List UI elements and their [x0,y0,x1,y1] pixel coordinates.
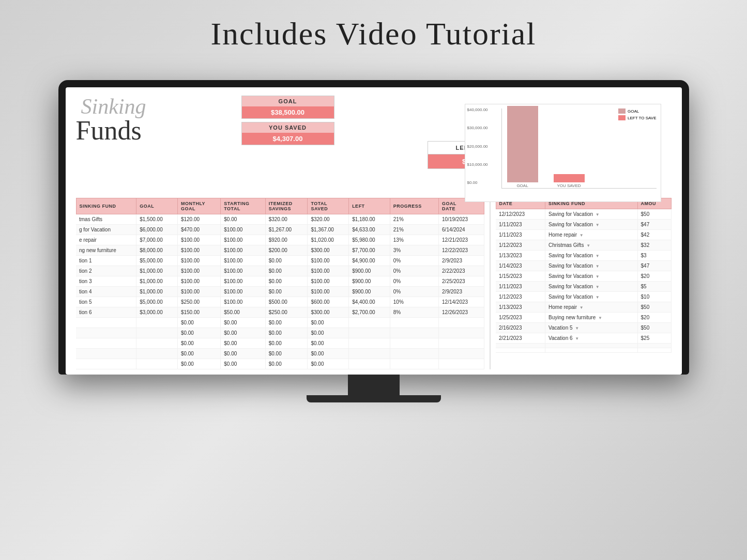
saved-bar-group: YOU SAVED [554,174,585,188]
main-cell-7-5: $100.00 [308,287,349,297]
col-left: LEFT [349,198,390,214]
main-cell-7-3: $100.00 [221,287,265,297]
main-cell-6-6: $900.00 [349,276,390,287]
trans-cell-0-0: 12/12/2023 [496,209,545,220]
main-cell-8-0: tion 5 [76,297,136,307]
trans-cell-6-0: 1/15/2023 [496,271,545,282]
main-table-header: SINKING FUND GOAL MONTHLYGOAL STARTINGTO… [76,198,484,214]
main-cell-6-3: $100.00 [221,276,265,287]
trans-cell-3-2: $32 [637,240,671,251]
main-table-row: $0.00$0.00$0.00$0.00 [76,349,484,359]
main-cell-6-0: tion 3 [76,276,136,287]
dropdown-icon[interactable]: ▼ [596,285,600,289]
trans-cell-4-1: Saving for Vacation ▼ [545,251,638,261]
main-cell-1-8: 6/14/2024 [439,225,484,235]
main-cell-7-2: $100.00 [177,287,220,297]
transaction-row: 1/11/2023Saving for Vacation ▼$47 [496,220,671,230]
main-cell-7-4: $0.00 [265,287,308,297]
transaction-row: 1/12/2023Christmas Gifts ▼$32 [496,240,671,251]
trans-cell-6-1: Saving for Vacation ▼ [545,271,638,282]
main-cell-10-8 [439,318,484,328]
trans-cell-0-1: Saving for Vacation ▼ [545,209,638,220]
main-cell-10-4: $0.00 [265,318,308,328]
dropdown-icon[interactable]: ▼ [596,223,600,227]
trans-cell-8-0: 1/12/2023 [496,292,545,302]
main-cell-5-0: tion 2 [76,266,136,276]
main-cell-4-8: 2/9/2023 [439,256,484,266]
chart-y-label-4: $30,000.00 [467,126,488,130]
logo-area: Sinking Funds [76,96,231,144]
main-cell-11-3: $0.00 [221,328,265,338]
trans-cell-2-1: Home repair ▼ [545,230,638,240]
main-cell-14-6 [349,359,390,369]
dropdown-icon[interactable]: ▼ [596,254,600,258]
table-divider [490,198,491,369]
main-cell-11-8 [439,328,484,338]
main-cell-13-8 [439,349,484,359]
trans-cell-1-1: Saving for Vacation ▼ [545,220,638,230]
summary-boxes: GOAL $38,500.00 YOU SAVED $4,307.00 [241,96,334,145]
transaction-row: 1/13/2023Home repair ▼$50 [496,302,671,313]
main-cell-2-3: $100.00 [221,235,265,245]
monitor-stand-neck [348,375,400,395]
transactions-table: DATE SINKING FUND AMOU 12/12/2023Saving … [496,198,672,353]
dropdown-icon[interactable]: ▼ [586,243,590,248]
legend-goal: GOAL [618,108,656,114]
logo-sinking: Sinking [81,96,231,117]
main-cell-11-2: $0.00 [177,328,220,338]
dropdown-icon[interactable]: ▼ [596,212,600,217]
main-cell-11-7 [390,328,438,338]
dropdown-icon[interactable]: ▼ [580,233,584,238]
main-cell-13-2: $0.00 [177,349,220,359]
dropdown-icon[interactable]: ▼ [598,316,602,320]
dropdown-icon[interactable]: ▼ [596,264,600,269]
main-cell-2-6: $5,980.00 [349,235,390,245]
transaction-row: 12/12/2023Saving for Vacation ▼$50 [496,209,671,220]
main-cell-7-8: 2/9/2023 [439,287,484,297]
chart-y-label-2: $10,000.00 [467,162,488,167]
main-cell-2-5: $1,020.00 [308,235,349,245]
goal-bar-label: GOAL [516,183,528,188]
main-table-row: $0.00$0.00$0.00$0.00 [76,338,484,349]
main-cell-10-5: $0.00 [308,318,349,328]
main-cell-12-8 [439,338,484,349]
col-progress: PROGRESS [390,198,438,214]
main-cell-8-2: $250.00 [177,297,220,307]
main-cell-3-4: $200.00 [265,245,308,256]
trans-cell-9-0: 1/13/2023 [496,302,545,313]
main-cell-6-8: 2/25/2023 [439,276,484,287]
chart-y-label-5: $40,000.00 [467,107,488,112]
main-cell-10-2: $0.00 [177,318,220,328]
main-table: SINKING FUND GOAL MONTHLYGOAL STARTINGTO… [76,198,484,369]
main-cell-11-0 [76,328,136,338]
main-cell-2-2: $100.00 [177,235,220,245]
dropdown-icon[interactable]: ▼ [596,274,600,279]
main-cell-12-2: $0.00 [177,338,220,349]
main-cell-8-5: $600.00 [308,297,349,307]
dropdown-icon[interactable]: ▼ [575,326,579,331]
monitor-wrapper: Sinking Funds GOAL $38,500.00 YOU SAVED … [58,80,689,402]
saved-bar [554,174,585,182]
main-cell-4-5: $100.00 [308,256,349,266]
main-cell-0-2: $120.00 [177,214,220,225]
main-cell-14-3: $0.00 [221,359,265,369]
main-cell-13-5: $0.00 [308,349,349,359]
trans-cell-9-1: Home repair ▼ [545,302,638,313]
main-cell-9-8: 12/26/2023 [439,307,484,318]
dropdown-icon[interactable]: ▼ [580,305,584,310]
transaction-row: 1/12/2023Saving for Vacation ▼$10 [496,292,671,302]
main-cell-7-7: 0% [390,287,438,297]
transaction-row [496,344,671,348]
trans-cell-2-2: $42 [637,230,671,240]
dropdown-icon[interactable]: ▼ [575,336,579,341]
main-cell-3-7: 3% [390,245,438,256]
main-cell-1-0: g for Vacation [76,225,136,235]
goal-label: GOAL [242,96,334,106]
trans-cell-6-2: $20 [637,271,671,282]
main-table-row: tion 4$1,000.00$100.00$100.00$0.00$100.0… [76,287,484,297]
dropdown-icon[interactable]: ▼ [596,295,600,300]
main-table-row: g for Vacation$6,000.00$470.00$100.00$1,… [76,225,484,235]
trans-cell-5-2: $47 [637,261,671,271]
main-cell-5-8: 2/22/2023 [439,266,484,276]
main-cell-8-8: 12/14/2023 [439,297,484,307]
